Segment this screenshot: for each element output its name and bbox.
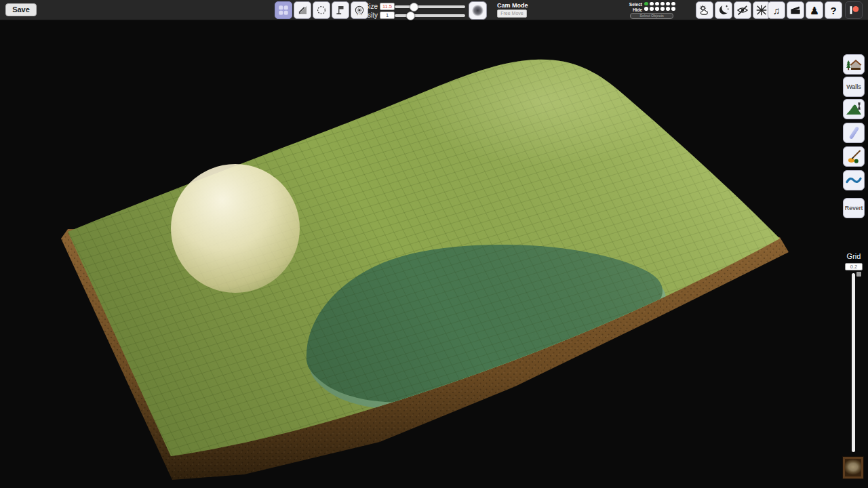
- intensity-slider-handle[interactable]: [406, 12, 415, 20]
- slope-ramp-icon: [296, 4, 309, 16]
- intensity-slider[interactable]: [395, 14, 465, 17]
- cabin-tree-icon: [845, 56, 863, 73]
- size-slider-handle[interactable]: [410, 3, 418, 12]
- status-dot[interactable]: [644, 7, 648, 11]
- patreon-icon: [847, 3, 861, 17]
- size-slider[interactable]: [395, 5, 465, 8]
- smooth-tool-button[interactable]: [313, 1, 330, 19]
- soft-round-brush-icon: [472, 5, 484, 16]
- question-mark-icon: ?: [830, 5, 836, 16]
- cam-mode-label: Cam Mode: [497, 2, 528, 9]
- blue-wave-icon: [845, 172, 863, 188]
- cinematic-button[interactable]: [787, 1, 804, 19]
- intensity-label: Intensity: [337, 12, 378, 19]
- status-dot[interactable]: [660, 2, 665, 6]
- music-note-icon: ♫: [772, 5, 780, 16]
- patreon-button[interactable]: [845, 1, 863, 19]
- select-objects-button[interactable]: Select Objects: [630, 13, 673, 19]
- terrain-3d-viewport[interactable]: [0, 0, 868, 488]
- night-mode-button[interactable]: [715, 1, 732, 19]
- cam-mode-button[interactable]: Free Move: [497, 9, 527, 18]
- status-dot[interactable]: [655, 7, 659, 11]
- size-label: Size: [342, 3, 378, 10]
- sidebar-walls-button[interactable]: Walls: [843, 77, 865, 97]
- raise-brush-tool-button[interactable]: [275, 1, 292, 19]
- top-toolbar: Save: [0, 0, 868, 20]
- status-dot[interactable]: [650, 2, 654, 6]
- help-button[interactable]: ?: [825, 1, 842, 19]
- grid-slider-handle[interactable]: [856, 272, 861, 277]
- clapperboard-icon: [789, 3, 802, 17]
- sun-cloud-icon: [698, 3, 711, 17]
- revert-label: Revert: [845, 205, 863, 211]
- diagonal-stick-icon: [845, 125, 863, 141]
- sidebar-objects-button[interactable]: [843, 54, 865, 75]
- status-dot[interactable]: [644, 2, 648, 6]
- music-button[interactable]: ♫: [768, 1, 785, 19]
- crossed-asterisk-icon: [755, 3, 768, 17]
- hide-label: Hide: [626, 7, 642, 12]
- status-dot[interactable]: [671, 7, 675, 11]
- slope-tool-button[interactable]: [294, 1, 311, 19]
- sidebar-paint-tool-button[interactable]: [843, 146, 865, 167]
- save-button[interactable]: Save: [5, 3, 37, 16]
- brush-sphere-indicator: [171, 164, 300, 293]
- texture-swatch-button[interactable]: [843, 457, 863, 479]
- pawn-icon: ♟: [810, 5, 818, 16]
- smooth-dashed-circle-icon: [315, 4, 328, 16]
- grid-label: Grid: [843, 252, 865, 260]
- grid-slider[interactable]: [852, 273, 855, 452]
- walls-label: Walls: [846, 83, 861, 90]
- grid-value-input[interactable]: 0.2: [845, 263, 863, 270]
- sidebar-stick-tool-button[interactable]: [843, 123, 865, 143]
- status-dot[interactable]: [660, 7, 665, 11]
- hide-visibility-button[interactable]: [734, 1, 751, 19]
- status-dot[interactable]: [666, 7, 670, 11]
- sidebar-terrain-raise-button[interactable]: [843, 99, 865, 119]
- status-dot[interactable]: [650, 7, 654, 11]
- day-weather-button[interactable]: [696, 1, 713, 19]
- status-dot[interactable]: [666, 2, 670, 6]
- select-dot-row: [644, 1, 677, 6]
- sidebar-revert-button[interactable]: Revert: [843, 198, 865, 218]
- hide-dot-row: [644, 7, 677, 12]
- sidebar-water-tool-button[interactable]: [843, 170, 865, 190]
- select-label: Select: [626, 2, 642, 7]
- intensity-value-input[interactable]: 1: [380, 12, 395, 19]
- brush-shape-preview-button[interactable]: [469, 1, 487, 20]
- status-dot[interactable]: [655, 2, 659, 6]
- paintbrush-icon: [845, 148, 863, 165]
- quad-raise-brush-icon: [277, 4, 290, 16]
- status-dot[interactable]: [671, 2, 675, 6]
- terrain-editor-app: Save: [0, 0, 868, 488]
- player-figure-button[interactable]: ♟: [806, 1, 823, 19]
- moon-stars-icon: [717, 3, 730, 17]
- size-value-input[interactable]: 11.5: [380, 3, 395, 10]
- eye-slash-icon: [736, 3, 749, 17]
- hill-updown-arrow-icon: [845, 101, 863, 117]
